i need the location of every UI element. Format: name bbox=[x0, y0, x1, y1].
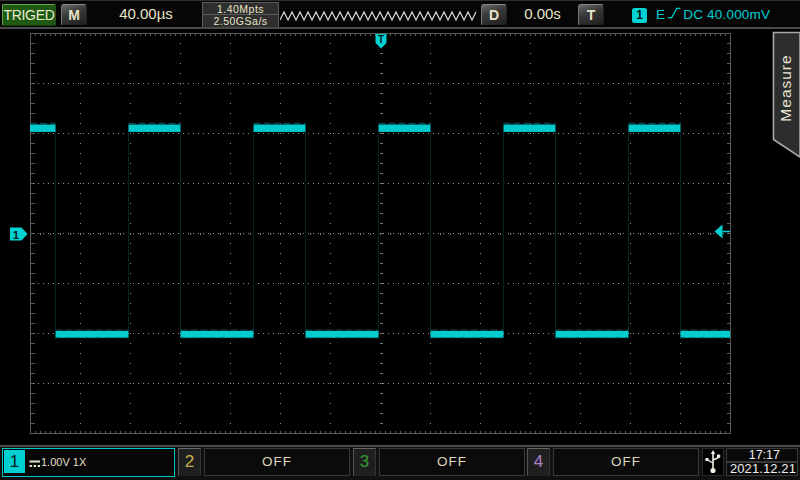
svg-text:T: T bbox=[378, 34, 384, 45]
svg-text:1: 1 bbox=[13, 229, 20, 241]
